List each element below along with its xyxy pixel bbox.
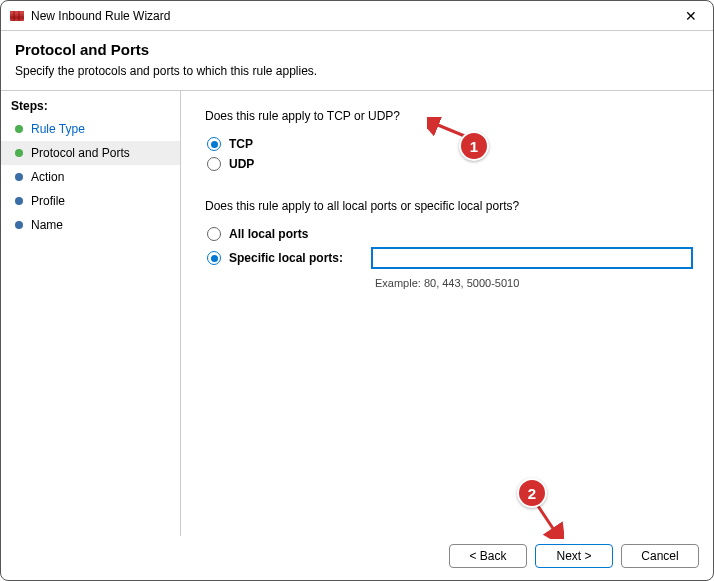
step-label: Rule Type (31, 122, 85, 136)
radio-label-all-ports: All local ports (229, 227, 308, 241)
annotation-badge-2: 2 (517, 478, 547, 508)
step-label: Profile (31, 194, 65, 208)
radio-row-all-ports[interactable]: All local ports (207, 227, 693, 241)
step-action[interactable]: Action (1, 165, 180, 189)
back-button[interactable]: < Back (449, 544, 527, 568)
radio-label-udp: UDP (229, 157, 254, 171)
titlebar: New Inbound Rule Wizard ✕ (1, 1, 713, 31)
svg-line-6 (536, 503, 556, 533)
bullet-icon (15, 125, 23, 133)
window-title: New Inbound Rule Wizard (31, 9, 677, 23)
step-label: Protocol and Ports (31, 146, 130, 160)
bullet-icon (15, 173, 23, 181)
radio-specific-ports[interactable] (207, 251, 221, 265)
bullet-icon (15, 149, 23, 157)
radio-tcp[interactable] (207, 137, 221, 151)
firewall-icon (9, 8, 25, 24)
wizard-header: Protocol and Ports Specify the protocols… (1, 31, 713, 91)
step-profile[interactable]: Profile (1, 189, 180, 213)
wizard-body: Steps: Rule Type Protocol and Ports Acti… (1, 91, 713, 536)
wizard-footer: < Back Next > Cancel (1, 536, 713, 580)
step-name[interactable]: Name (1, 213, 180, 237)
svg-rect-2 (10, 16, 24, 19)
ports-radio-group: All local ports Specific local ports: Ex… (205, 227, 693, 289)
bullet-icon (15, 197, 23, 205)
radio-udp[interactable] (207, 157, 221, 171)
wizard-window: New Inbound Rule Wizard ✕ Protocol and P… (0, 0, 714, 581)
specific-ports-input[interactable] (371, 247, 693, 269)
page-title: Protocol and Ports (15, 41, 699, 58)
step-label: Name (31, 218, 63, 232)
question-ports: Does this rule apply to all local ports … (205, 199, 693, 213)
steps-sidebar: Steps: Rule Type Protocol and Ports Acti… (1, 91, 181, 536)
step-rule-type[interactable]: Rule Type (1, 117, 180, 141)
step-protocol-and-ports[interactable]: Protocol and Ports (1, 141, 180, 165)
annotation-badge-1: 1 (459, 131, 489, 161)
radio-label-tcp: TCP (229, 137, 253, 151)
wizard-main: Does this rule apply to TCP or UDP? TCP … (181, 91, 713, 536)
steps-heading: Steps: (1, 99, 180, 117)
radio-row-specific-ports[interactable]: Specific local ports: (207, 247, 693, 269)
step-label: Action (31, 170, 64, 184)
bullet-icon (15, 221, 23, 229)
svg-line-5 (433, 123, 467, 137)
svg-rect-1 (10, 11, 24, 14)
radio-all-ports[interactable] (207, 227, 221, 241)
close-icon[interactable]: ✕ (677, 5, 705, 27)
radio-row-udp[interactable]: UDP (207, 157, 693, 171)
radio-label-specific-ports: Specific local ports: (229, 251, 343, 265)
next-button[interactable]: Next > (535, 544, 613, 568)
ports-example-text: Example: 80, 443, 5000-5010 (207, 277, 693, 289)
cancel-button[interactable]: Cancel (621, 544, 699, 568)
page-subtitle: Specify the protocols and ports to which… (15, 64, 699, 78)
protocol-radio-group: TCP UDP (205, 137, 693, 171)
